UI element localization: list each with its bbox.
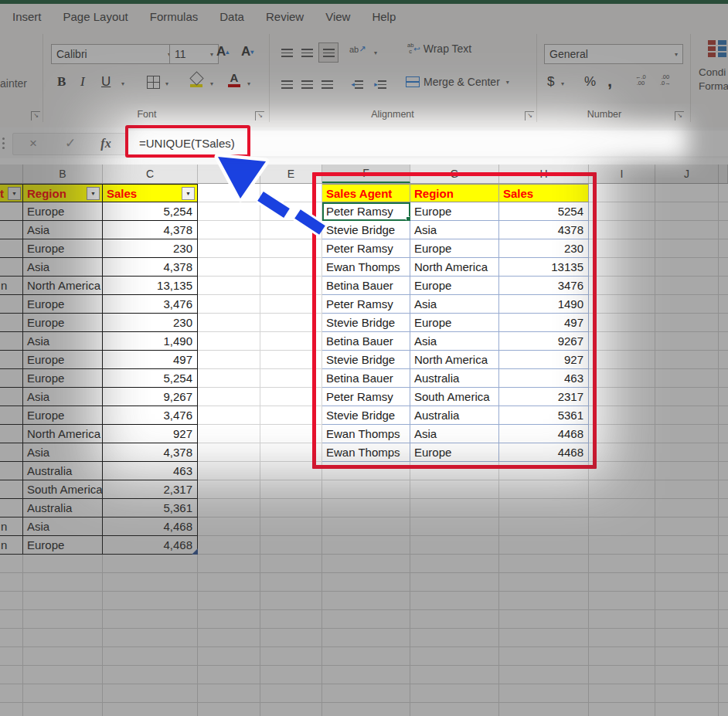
edge-cell[interactable]: [0, 202, 23, 221]
edge-cell[interactable]: [0, 239, 23, 258]
top-align-button[interactable]: [278, 44, 295, 61]
conditional-formatting-label-line1[interactable]: Condi: [699, 66, 728, 78]
clipboard-dialog-launcher-icon[interactable]: ↘: [31, 111, 40, 120]
edge-cell[interactable]: [0, 462, 23, 480]
font-name-combo[interactable]: Calibri ▾: [51, 44, 176, 64]
format-painter-partial-label[interactable]: ainter: [0, 77, 26, 90]
align-right-button[interactable]: [318, 76, 335, 93]
region-cell[interactable]: South America: [23, 480, 103, 499]
align-left-button[interactable]: [278, 76, 295, 93]
wrap-text-button[interactable]: ab c ↩ Wrap Text: [407, 42, 471, 55]
region-cell[interactable]: North America: [23, 277, 103, 295]
sales-cell[interactable]: 2,317: [103, 480, 198, 499]
edge-cell[interactable]: n: [0, 277, 23, 295]
sales-cell[interactable]: 5,361: [103, 499, 198, 517]
sales-header-cell[interactable]: Sales▼: [103, 184, 198, 202]
filter-button[interactable]: ▼: [87, 187, 100, 200]
edge-header-cell[interactable]: t▼: [0, 184, 23, 202]
percent-format-button[interactable]: %: [584, 74, 596, 90]
tab-page-layout[interactable]: Page Layout: [53, 4, 139, 29]
region-cell[interactable]: Europe: [23, 536, 103, 555]
edge-cell[interactable]: [0, 351, 23, 369]
edge-cell[interactable]: [0, 406, 23, 425]
sales-cell[interactable]: 9,267: [103, 388, 198, 406]
orientation-button[interactable]: ab↗: [349, 44, 366, 54]
sales-cell[interactable]: 4,468: [103, 536, 198, 555]
edge-cell[interactable]: [0, 480, 23, 499]
font-dialog-launcher-icon[interactable]: ↘: [255, 111, 264, 120]
increase-decimal-button[interactable]: ←.0 .00: [635, 74, 646, 87]
region-cell[interactable]: Asia: [23, 517, 103, 536]
edge-cell[interactable]: [0, 295, 23, 314]
column-header-I[interactable]: I: [589, 165, 655, 183]
underline-button[interactable]: U: [101, 74, 111, 90]
sales-cell[interactable]: 4,468: [103, 517, 198, 536]
filter-button[interactable]: ▼: [8, 187, 21, 200]
enter-icon[interactable]: ✓: [59, 133, 82, 154]
column-header-edge[interactable]: [719, 165, 728, 183]
fill-color-dropdown-icon[interactable]: ▾: [210, 80, 213, 87]
alignment-dialog-launcher-icon[interactable]: ↘: [525, 111, 534, 120]
sales-cell[interactable]: 5,254: [103, 202, 198, 221]
table-resize-handle-icon[interactable]: [192, 548, 198, 555]
edge-cell[interactable]: [0, 332, 23, 351]
increase-indent-button[interactable]: ▸: [371, 76, 390, 93]
borders-dropdown-icon[interactable]: ▾: [165, 80, 168, 87]
sales-cell[interactable]: 4,378: [103, 443, 198, 462]
sales-cell[interactable]: 3,476: [103, 406, 198, 425]
region-cell[interactable]: Asia: [23, 258, 103, 277]
tab-insert[interactable]: Insert: [2, 4, 53, 29]
tab-help[interactable]: Help: [361, 4, 407, 29]
formula-bar-drag-handle-icon[interactable]: [2, 137, 5, 140]
sales-cell[interactable]: 927: [103, 425, 198, 443]
decrease-indent-button[interactable]: ◂: [348, 76, 366, 93]
sales-cell[interactable]: 230: [103, 314, 198, 332]
italic-button[interactable]: I: [80, 74, 85, 90]
font-color-button[interactable]: A: [228, 72, 240, 87]
borders-icon[interactable]: [147, 76, 160, 89]
cancel-icon[interactable]: ×: [22, 133, 45, 154]
sales-cell[interactable]: 3,476: [103, 295, 198, 314]
conditional-formatting-icon[interactable]: [708, 40, 726, 59]
comma-format-button[interactable]: ,: [607, 71, 612, 91]
region-cell[interactable]: Australia: [23, 499, 103, 517]
edge-cell[interactable]: [0, 258, 23, 277]
tab-formulas[interactable]: Formulas: [139, 4, 209, 29]
edge-cell[interactable]: n: [0, 536, 23, 555]
tab-data[interactable]: Data: [209, 4, 255, 29]
align-center-button[interactable]: [298, 76, 315, 93]
orientation-dropdown-icon[interactable]: ▾: [374, 49, 377, 56]
region-cell[interactable]: Europe: [23, 202, 103, 221]
merge-center-button[interactable]: Merge & Center ▾: [406, 76, 509, 88]
number-format-combo[interactable]: General ▾: [544, 44, 683, 64]
edge-cell[interactable]: [0, 221, 23, 239]
bold-button[interactable]: B: [57, 74, 66, 90]
underline-dropdown-icon[interactable]: ▾: [121, 80, 124, 87]
fill-color-button[interactable]: [190, 73, 202, 87]
edge-cell[interactable]: [0, 369, 23, 388]
region-cell[interactable]: Europe: [23, 351, 103, 369]
region-cell[interactable]: Asia: [23, 388, 103, 406]
bottom-align-button[interactable]: [318, 42, 338, 63]
region-cell[interactable]: Europe: [23, 239, 103, 258]
tab-review[interactable]: Review: [255, 4, 315, 29]
edge-cell[interactable]: [0, 425, 23, 443]
sales-cell[interactable]: 4,378: [103, 221, 198, 239]
shrink-font-button[interactable]: A▾: [241, 44, 253, 59]
currency-dropdown-icon[interactable]: ▾: [561, 80, 564, 87]
insert-function-icon[interactable]: fx: [94, 133, 117, 154]
region-cell[interactable]: Asia: [23, 443, 103, 462]
middle-align-button[interactable]: [298, 44, 315, 61]
region-cell[interactable]: Europe: [23, 314, 103, 332]
column-header-C[interactable]: C: [103, 165, 198, 183]
sales-cell[interactable]: 4,378: [103, 258, 198, 277]
sales-cell[interactable]: 230: [103, 239, 198, 258]
font-color-dropdown-icon[interactable]: ▾: [247, 80, 250, 87]
currency-format-button[interactable]: $: [547, 74, 554, 90]
region-cell[interactable]: Europe: [23, 369, 103, 388]
edge-cell[interactable]: n: [0, 517, 23, 536]
column-header-B[interactable]: B: [23, 165, 103, 183]
edge-cell[interactable]: [0, 388, 23, 406]
sales-cell[interactable]: 1,490: [103, 332, 198, 351]
sales-cell[interactable]: 497: [103, 351, 198, 369]
